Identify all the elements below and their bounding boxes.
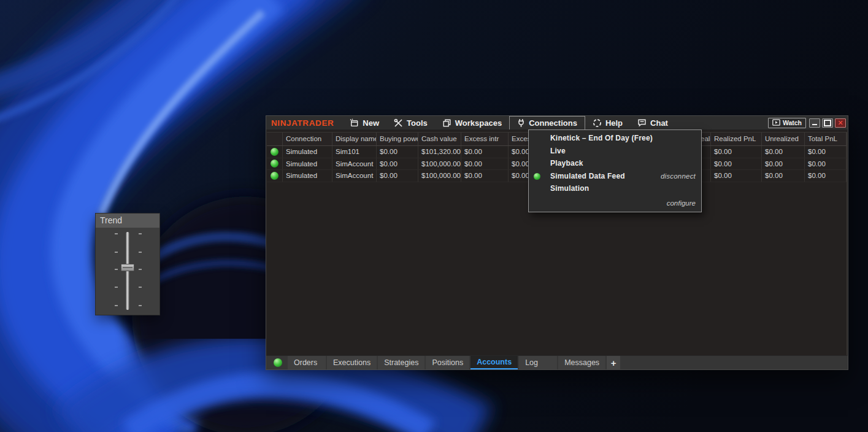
row-status-cell — [267, 158, 283, 170]
account-cell: $0.00 — [377, 146, 418, 158]
account-cell: $0.00 — [377, 158, 418, 170]
menu-item-label: Chat — [650, 118, 668, 128]
account-cell: $0.00 — [377, 170, 418, 182]
tab-positions[interactable]: Positions — [426, 356, 469, 369]
menu-item-help[interactable]: Help — [585, 116, 630, 129]
column-header-label: Buying power — [380, 135, 418, 142]
account-cell: $0.00 — [805, 146, 847, 158]
plug-icon — [517, 118, 525, 128]
desktop: Trend NINJATRADER NewToolsWorkspacesConn… — [0, 0, 868, 432]
slider-tick-mark — [139, 269, 142, 270]
account-cell: $0.00 — [805, 158, 847, 170]
connections-menu-item-label: Kinetick – End Of Day (Free) — [550, 134, 653, 142]
bottom-tab-bar: OrdersExecutionsStrategiesPositionsAccou… — [266, 355, 848, 369]
tab-strategies[interactable]: Strategies — [378, 356, 424, 369]
menu-item-new[interactable]: New — [342, 116, 386, 129]
tools-icon — [394, 118, 403, 128]
trend-widget-window: Trend — [95, 213, 160, 315]
connections-menu-item[interactable]: Simulated Data Feeddisconnect — [529, 170, 701, 183]
account-cell: SimAccount — [332, 170, 377, 182]
menu-bar: NINJATRADER NewToolsWorkspacesConnection… — [266, 116, 848, 130]
slider-tick-mark — [115, 269, 118, 270]
account-cell: $0.00 — [805, 170, 847, 182]
tab-messages[interactable]: Messages — [558, 356, 605, 369]
column-header[interactable]: Cash value — [418, 133, 461, 145]
menu-item-connections[interactable]: Connections — [509, 116, 585, 129]
column-header[interactable]: Excess intr — [461, 133, 509, 145]
column-header[interactable]: Connection — [283, 133, 332, 145]
account-cell: $0.00 — [762, 146, 805, 158]
menu-item-workspaces[interactable]: Workspaces — [435, 116, 509, 129]
connected-status-icon — [271, 148, 278, 156]
trend-slider-handle[interactable] — [121, 264, 134, 271]
column-header-label: Connection — [286, 135, 321, 142]
add-tab-button[interactable]: + — [607, 356, 620, 369]
slider-tick-mark — [115, 233, 118, 234]
column-header-label: Total PnL — [808, 135, 837, 142]
row-status-cell — [267, 146, 283, 158]
connected-status-icon — [271, 172, 278, 180]
account-cell: $101,320.00 — [418, 146, 461, 158]
watch-play-icon — [772, 119, 780, 127]
account-cell: $0.00 — [461, 146, 509, 158]
menu-item-label: New — [363, 118, 379, 128]
trend-slider — [96, 228, 159, 315]
connections-menu-item-label: Simulated Data Feed — [550, 172, 625, 180]
menu-item-label: Tools — [407, 118, 428, 128]
connections-menu-item-label: Playback — [550, 159, 583, 168]
tab-accounts[interactable]: Accounts — [470, 356, 518, 369]
disconnect-action-link[interactable]: disconnect — [661, 172, 701, 180]
column-header-label: Unrealized — [765, 135, 799, 142]
account-cell: $0.00 — [711, 146, 762, 158]
maximize-button[interactable] — [822, 118, 833, 128]
watch-button-label: Watch — [783, 119, 802, 126]
connection-status-icon — [274, 358, 282, 367]
minimize-button[interactable] — [809, 118, 820, 128]
help-icon — [593, 118, 602, 128]
account-cell: $100,000.00 — [418, 158, 461, 170]
ninjatrader-logo: NINJATRADER — [266, 116, 342, 129]
connected-status-icon — [534, 173, 540, 180]
column-header[interactable]: Realized PnL — [711, 133, 762, 145]
ninjatrader-control-center-window: NINJATRADER NewToolsWorkspacesConnection… — [266, 115, 848, 370]
menu-item-chat[interactable]: Chat — [630, 116, 675, 129]
trend-widget-titlebar[interactable]: Trend — [96, 214, 159, 228]
slider-tick-mark — [115, 252, 118, 253]
account-cell: $100,000.00 — [418, 170, 461, 182]
connections-menu-item-label: Simulation — [550, 184, 589, 193]
new-window-icon — [350, 118, 359, 128]
menu-item-label: Connections — [529, 118, 577, 128]
account-cell: Simulated — [283, 146, 332, 158]
account-cell: $0.00 — [711, 158, 762, 170]
account-cell: SimAccount — [332, 158, 377, 170]
account-cell: Simulated — [283, 170, 332, 182]
watch-button[interactable]: Watch — [768, 118, 806, 128]
account-cell: $0.00 — [461, 170, 509, 182]
column-header-label: Excess intr — [464, 135, 499, 142]
slider-tick-mark — [139, 233, 142, 234]
chat-icon — [637, 118, 647, 127]
column-header-label: Cash value — [421, 135, 457, 142]
account-cell: Sim101 — [332, 146, 377, 158]
connections-menu-item[interactable]: Live — [529, 145, 701, 158]
tab-log[interactable]: Log — [519, 356, 557, 369]
menu-item-label: Help — [605, 118, 623, 128]
account-cell: Simulated — [283, 158, 332, 170]
row-status-cell — [267, 170, 283, 182]
close-button[interactable] — [835, 118, 846, 128]
connections-menu-item-label: Live — [550, 147, 566, 155]
slider-tick-mark — [115, 305, 118, 306]
connections-menu-item[interactable]: Playback — [529, 157, 701, 170]
tab-executions[interactable]: Executions — [327, 356, 377, 369]
column-header[interactable]: Display name — [332, 133, 377, 145]
configure-menu-item[interactable]: configure — [529, 195, 701, 212]
column-header[interactable] — [267, 133, 283, 145]
column-header[interactable]: Total PnL — [805, 133, 847, 145]
tab-orders[interactable]: Orders — [288, 356, 326, 369]
column-header[interactable]: Buying power — [377, 133, 418, 145]
column-header-label: Realized PnL — [714, 135, 756, 142]
column-header[interactable]: Unrealized — [762, 133, 805, 145]
connections-menu-item[interactable]: Kinetick – End Of Day (Free) — [529, 132, 701, 145]
menu-item-tools[interactable]: Tools — [386, 116, 435, 129]
connections-menu-item[interactable]: Simulation — [529, 182, 701, 195]
